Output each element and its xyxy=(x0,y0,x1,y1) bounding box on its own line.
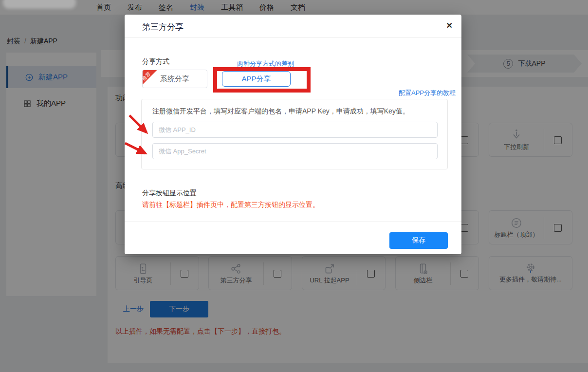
app-share-tab[interactable]: APP分享 xyxy=(222,71,291,87)
wechat-instruction: 注册微信开发平台，填写对应客户端的包名，申请APP Key，申请成功，填写Key… xyxy=(152,107,409,116)
modal-footer-divider xyxy=(125,222,461,222)
wechat-appid-input[interactable] xyxy=(152,122,438,138)
share-button-position-note: 请前往【标题栏】插件页中，配置第三方按钮的显示位置。 xyxy=(142,201,319,209)
logo xyxy=(3,0,76,9)
system-share-label: 系统分享 xyxy=(160,74,189,83)
modal-title: 第三方分享 xyxy=(142,21,184,33)
app-root: 首页 发布 签名 封装 工具箱 价格 文档 封装/新建APP 新建APP 我的A… xyxy=(0,0,588,372)
recommend-ribbon: 推荐 xyxy=(142,70,159,88)
app-share-tutorial-link[interactable]: 配置APP分享的教程 xyxy=(399,89,456,97)
share-mode-diff-link[interactable]: 两种分享方式的差别 xyxy=(237,59,294,68)
ribbon-label: 推荐 xyxy=(142,71,152,82)
modal-header: 第三方分享 ✕ xyxy=(125,15,461,38)
third-party-share-modal: 第三方分享 ✕ 分享方式 两种分享方式的差别 推荐 系统分享 APP分享 配置A… xyxy=(125,15,461,254)
close-icon[interactable]: ✕ xyxy=(446,21,453,30)
share-button-position-label: 分享按钮显示位置 xyxy=(142,189,197,198)
system-share-tab[interactable]: 推荐 系统分享 xyxy=(142,70,207,88)
wechat-appsecret-input[interactable] xyxy=(152,143,438,159)
wechat-config-panel: 注册微信开发平台，填写对应客户端的包名，申请APP Key，申请成功，填写Key… xyxy=(141,99,448,169)
share-mode-label: 分享方式 xyxy=(142,57,169,66)
save-button[interactable]: 保存 xyxy=(389,232,448,249)
